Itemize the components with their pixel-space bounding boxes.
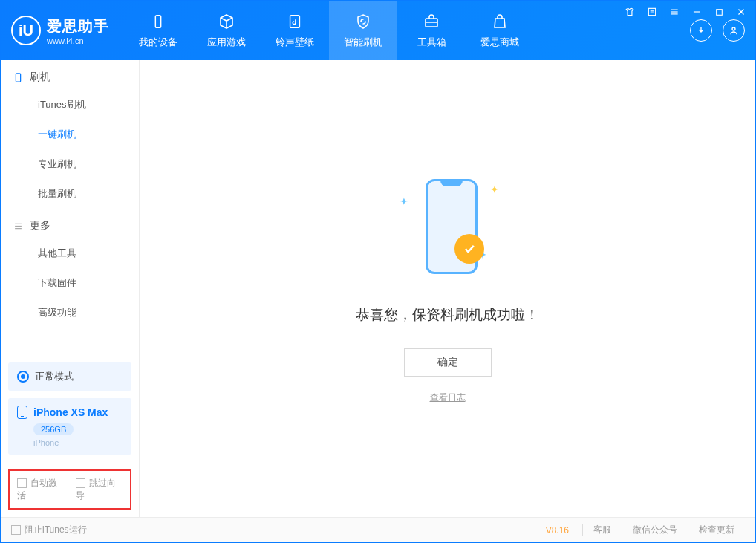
- device-type: iPhone: [33, 438, 123, 447]
- sparkle-icon: ✦: [400, 195, 408, 207]
- device-name: iPhone XS Max: [33, 406, 108, 418]
- app-window: iU 爱思助手 www.i4.cn 我的设备 应用游戏 铃声壁纸 智能刷机: [0, 0, 756, 543]
- sidebar-item-itunes-flash[interactable]: iTunes刷机: [1, 90, 139, 120]
- success-illustration: ✦ ✦ ✦: [392, 173, 504, 284]
- toolbox-icon: [422, 12, 441, 31]
- sidebar-item-other-tools[interactable]: 其他工具: [1, 238, 139, 268]
- main-content: ✦ ✦ ✦ 恭喜您，保资料刷机成功啦！ 确定 查看日志: [140, 60, 755, 517]
- nav-my-device[interactable]: 我的设备: [124, 1, 192, 60]
- nav-label: 铃声壁纸: [276, 36, 314, 49]
- nav-label: 智能刷机: [344, 36, 382, 49]
- section-title: 更多: [30, 219, 50, 233]
- view-log-link[interactable]: 查看日志: [430, 391, 466, 404]
- sidebar-item-pro-flash[interactable]: 专业刷机: [1, 149, 139, 179]
- sidebar-item-download-firmware[interactable]: 下载固件: [1, 268, 139, 298]
- menu-icon[interactable]: [668, 5, 681, 19]
- mode-label: 正常模式: [35, 370, 74, 383]
- body: 刷机 iTunes刷机 一键刷机 专业刷机 批量刷机 更多 其他工具 下载固件 …: [1, 60, 755, 517]
- sidebar-lower: 正常模式 iPhone XS Max 256GB iPhone: [1, 355, 139, 462]
- checkbox-row-highlighted: 自动激活 跳过向导: [8, 469, 131, 510]
- window-controls: [623, 5, 748, 19]
- list-icon: [13, 221, 24, 232]
- svg-rect-7: [716, 9, 722, 15]
- mode-box[interactable]: 正常模式: [8, 362, 131, 391]
- success-message: 恭喜您，保资料刷机成功啦！: [356, 305, 539, 325]
- phone-icon: [13, 72, 24, 83]
- nav-label: 爱思商城: [480, 36, 519, 49]
- close-button[interactable]: [734, 5, 748, 19]
- nav-label: 应用游戏: [207, 36, 246, 49]
- nav-label: 工具箱: [417, 36, 446, 49]
- nav-apps[interactable]: 应用游戏: [192, 1, 261, 60]
- sidebar: 刷机 iTunes刷机 一键刷机 专业刷机 批量刷机 更多 其他工具 下载固件 …: [1, 60, 140, 517]
- nav-flash[interactable]: 智能刷机: [329, 1, 397, 60]
- sidebar-item-onekey-flash[interactable]: 一键刷机: [1, 120, 139, 149]
- app-name: 爱思助手: [47, 16, 109, 36]
- nav-label: 我的设备: [139, 36, 177, 49]
- sidebar-item-batch-flash[interactable]: 批量刷机: [1, 179, 139, 209]
- checkmark-badge-icon: [454, 234, 484, 264]
- checkbox-block-itunes[interactable]: 阻止iTunes运行: [11, 524, 87, 536]
- svg-rect-11: [290, 16, 300, 28]
- nav-store[interactable]: 爱思商城: [466, 1, 534, 60]
- cube-icon: [217, 12, 236, 31]
- sparkle-icon: ✦: [490, 183, 499, 195]
- logo: iU 爱思助手 www.i4.cn: [11, 16, 109, 45]
- svg-point-13: [732, 27, 735, 30]
- footer: 阻止iTunes运行 V8.16 客服 微信公众号 检查更新: [1, 517, 755, 542]
- footer-link-update[interactable]: 检查更新: [688, 524, 745, 536]
- device-capacity: 256GB: [33, 423, 74, 435]
- sidebar-section-more: 更多: [1, 209, 139, 238]
- svg-rect-14: [16, 73, 20, 81]
- phone-icon: [17, 406, 27, 419]
- footer-link-wechat[interactable]: 微信公众号: [622, 524, 688, 536]
- ok-button[interactable]: 确定: [404, 348, 492, 377]
- nav-ringtones[interactable]: 铃声壁纸: [261, 1, 329, 60]
- maximize-button[interactable]: [712, 5, 726, 19]
- device-box[interactable]: iPhone XS Max 256GB iPhone: [8, 398, 131, 455]
- shield-sync-icon: [353, 12, 373, 31]
- user-icon[interactable]: [723, 19, 745, 42]
- app-site: www.i4.cn: [47, 36, 109, 45]
- version-label: V8.16: [546, 525, 569, 536]
- nav-toolbox[interactable]: 工具箱: [397, 1, 466, 60]
- device-icon: [149, 12, 168, 31]
- sidebar-section-flash: 刷机: [1, 60, 139, 90]
- logo-icon: iU: [11, 16, 41, 45]
- bag-icon: [490, 12, 509, 31]
- svg-rect-0: [648, 8, 655, 15]
- header-actions: [690, 19, 745, 42]
- mode-dot-icon: [17, 371, 29, 383]
- footer-link-support[interactable]: 客服: [582, 524, 622, 536]
- sidebar-item-advanced[interactable]: 高级功能: [1, 298, 139, 328]
- list-icon[interactable]: [645, 5, 659, 19]
- music-file-icon: [285, 12, 304, 31]
- shirt-icon[interactable]: [623, 5, 636, 19]
- svg-rect-10: [155, 16, 160, 28]
- checkbox-skip-guide[interactable]: 跳过向导: [76, 477, 123, 502]
- checkbox-auto-activate[interactable]: 自动激活: [17, 477, 64, 502]
- minimize-button[interactable]: [690, 5, 703, 19]
- download-icon[interactable]: [690, 19, 712, 42]
- main-nav: 我的设备 应用游戏 铃声壁纸 智能刷机 工具箱 爱思商城: [124, 1, 534, 60]
- section-title: 刷机: [30, 71, 50, 84]
- header: iU 爱思助手 www.i4.cn 我的设备 应用游戏 铃声壁纸 智能刷机: [1, 1, 755, 60]
